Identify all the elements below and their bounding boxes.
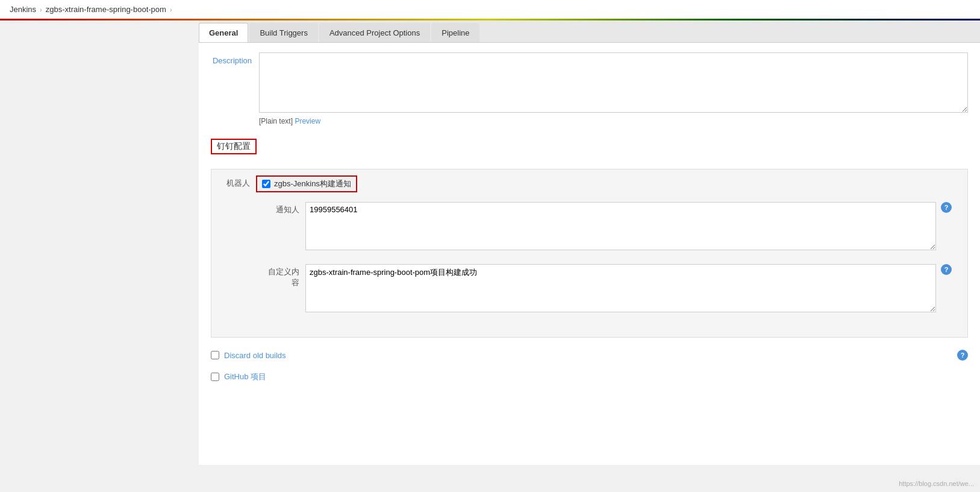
notifier-control xyxy=(305,202,936,252)
github-project-label: GitHub 项目 xyxy=(224,371,266,382)
github-project-row: GitHub 项目 xyxy=(211,371,968,382)
tab-build-triggers[interactable]: Build Triggers xyxy=(249,23,317,42)
dingding-section: 钉钉配置 xyxy=(211,134,968,162)
robot-control: zgbs-Jenkins构建通知 通知人 xyxy=(256,175,959,325)
dingding-section-label: 钉钉配置 xyxy=(211,139,257,154)
jenkins-link[interactable]: Jenkins xyxy=(10,5,36,14)
preview-text: [Plain text] Preview xyxy=(259,117,968,125)
robot-checkbox[interactable] xyxy=(262,180,270,188)
preview-link[interactable]: Preview xyxy=(295,117,320,125)
tab-advanced-project-options[interactable]: Advanced Project Options xyxy=(319,23,430,42)
notifier-inner: 通知人 xyxy=(263,202,936,252)
discard-builds-label: Discard old builds xyxy=(224,351,286,360)
custom-content-row: 自定义内容 ? xyxy=(263,264,952,320)
notifier-label: 通知人 xyxy=(263,202,305,215)
description-textarea[interactable] xyxy=(259,52,968,113)
description-control: [Plain text] Preview xyxy=(259,52,968,125)
robot-checkbox-box: zgbs-Jenkins构建通知 xyxy=(256,175,357,192)
custom-content-textarea[interactable] xyxy=(305,264,936,312)
github-project-checkbox[interactable] xyxy=(211,373,219,381)
tab-pipeline[interactable]: Pipeline xyxy=(431,23,479,42)
notifier-textarea[interactable] xyxy=(305,202,936,250)
robot-section: 机器人 zgbs-Jenkins构建通知 通知人 xyxy=(211,169,968,338)
sep2: › xyxy=(170,6,172,13)
custom-content-label: 自定义内容 xyxy=(263,264,305,288)
sidebar xyxy=(0,20,199,488)
custom-content-help-icon[interactable]: ? xyxy=(941,264,952,275)
notifier-help-icon[interactable]: ? xyxy=(941,202,952,213)
custom-content-inner: 自定义内容 xyxy=(263,264,936,314)
discard-builds-row: Discard old builds ? xyxy=(211,350,968,361)
robot-row: 机器人 zgbs-Jenkins构建通知 通知人 xyxy=(220,175,959,325)
notifier-row: 通知人 ? xyxy=(263,202,952,258)
tabs-bar: General Build Triggers Advanced Project … xyxy=(199,20,980,43)
nested-form: 通知人 ? 自定义内容 xyxy=(256,197,959,325)
robot-checkbox-label: zgbs-Jenkins构建通知 xyxy=(274,178,351,189)
custom-content-control xyxy=(305,264,936,314)
discard-builds-help-icon[interactable]: ? xyxy=(957,350,968,361)
main-content: General Build Triggers Advanced Project … xyxy=(199,20,980,488)
breadcrumb: Jenkins › zgbs-xtrain-frame-spring-boot-… xyxy=(0,0,980,20)
discard-builds-checkbox[interactable] xyxy=(211,351,219,359)
project-link[interactable]: zgbs-xtrain-frame-spring-boot-pom xyxy=(46,5,166,14)
description-row: Description [Plain text] Preview xyxy=(211,52,968,125)
tab-general[interactable]: General xyxy=(199,23,248,42)
robot-label: 机器人 xyxy=(220,175,256,189)
form-area: Description [Plain text] Preview 钉钉配置 机器… xyxy=(199,43,980,465)
sep1: › xyxy=(40,6,42,13)
plain-text-label: [Plain text] xyxy=(259,117,293,125)
watermark-text: https://blog.csdn.net/we... xyxy=(899,480,974,487)
description-label: Description xyxy=(211,52,259,65)
